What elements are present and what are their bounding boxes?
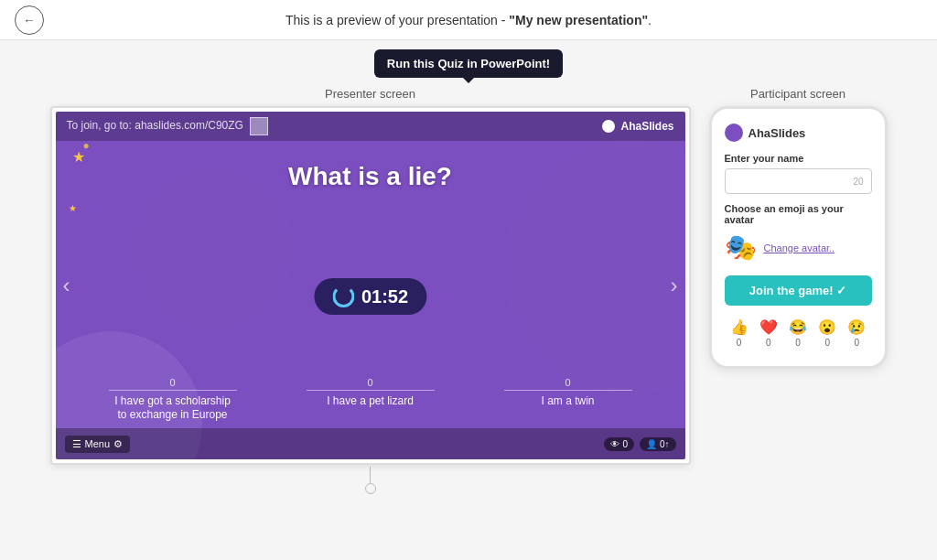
answer-option-1: 0 I have got a scholarshipto exchange in… <box>109 377 237 423</box>
powerpoint-tooltip[interactable]: Run this Quiz in PowerPoint! <box>374 49 563 78</box>
question-text: What is a lie? <box>87 162 653 191</box>
participants-badge: 👤 0↑ <box>640 437 676 451</box>
preview-title: This is a preview of your presentation -… <box>285 13 652 27</box>
projector-stand <box>365 467 376 494</box>
char-count: 20 <box>853 177 863 187</box>
sad-icon: 😢 <box>847 318 866 336</box>
status-badges: 👁 0 👤 0↑ <box>604 437 675 451</box>
avatar-emoji[interactable]: 🎭 <box>725 232 757 263</box>
presenter-logo: AhaSlides <box>602 120 674 134</box>
phone-logo-text: AhaSlides <box>749 126 806 140</box>
answer-option-3: 0 I am a twin <box>504 377 632 423</box>
stand-line <box>370 467 371 483</box>
menu-button[interactable]: ☰ Menu ⚙ <box>65 436 131 453</box>
join-bar: To join, go to: ahaslides.com/C90ZG AhaS… <box>56 112 685 141</box>
phone-logo: AhaSlides <box>725 124 872 142</box>
join-url: To join, go to: ahaslides.com/C90ZG <box>67 117 269 135</box>
presenter-frame: ★ ★ ● To join, go to: ahaslides.com/C90Z… <box>50 106 691 465</box>
tooltip-wrapper: Run this Quiz in PowerPoint! <box>374 49 563 78</box>
viewers-count: 0 <box>622 439 628 449</box>
back-button[interactable]: ← <box>15 5 44 35</box>
reaction-heart[interactable]: ❤️ 0 <box>759 318 778 348</box>
avatar-row: 🎭 Change avatar.. <box>725 232 872 263</box>
name-label: Enter your name <box>725 153 872 164</box>
eye-icon: 👁 <box>610 439 619 449</box>
deco-dot: ● <box>83 139 90 152</box>
participant-screen-label: Participant screen <box>750 87 845 101</box>
reaction-wow[interactable]: 😮 0 <box>818 318 836 348</box>
presenter-section: Presenter screen ★ ★ ● To join, go to: a… <box>50 87 691 494</box>
wow-icon: 😮 <box>818 318 836 336</box>
name-input[interactable]: 20 <box>725 168 872 194</box>
screens-wrapper: Presenter screen ★ ★ ● To join, go to: a… <box>18 87 919 494</box>
person-icon: 👤 <box>646 439 657 449</box>
reaction-like[interactable]: 👍 0 <box>730 318 749 348</box>
heart-icon: ❤️ <box>759 318 778 336</box>
change-avatar-link[interactable]: Change avatar.. <box>764 242 835 253</box>
next-button[interactable]: › <box>671 273 678 298</box>
qr-code <box>250 117 268 135</box>
timer-badge: 01:52 <box>314 278 426 315</box>
top-bar: ← This is a preview of your presentation… <box>0 0 937 40</box>
settings-icon: ⚙ <box>113 438 123 450</box>
hamburger-icon: ☰ <box>72 438 81 450</box>
main-content: Run this Quiz in PowerPoint! Presenter s… <box>0 40 937 494</box>
answer-option-2: 0 I have a pet lizard <box>307 377 435 423</box>
participants-count: 0↑ <box>660 439 670 449</box>
menu-label: Menu <box>85 438 111 449</box>
reactions-row: 👍 0 ❤️ 0 😂 0 😮 0 <box>725 318 872 348</box>
presenter-screen-label: Presenter screen <box>325 87 415 101</box>
answer-options: 0 I have got a scholarshipto exchange in… <box>56 377 685 423</box>
timer-ring-icon <box>332 285 354 307</box>
presenter-screen: ★ ★ ● To join, go to: ahaslides.com/C90Z… <box>56 112 685 459</box>
tooltip-label: Run this Quiz in PowerPoint! <box>387 57 550 70</box>
presenter-bottom-bar: ☰ Menu ⚙ 👁 0 👤 0↑ <box>56 428 685 459</box>
emoji-label: Choose an emoji as your avatar <box>725 203 872 225</box>
logo-icon <box>602 120 615 133</box>
laugh-icon: 😂 <box>789 318 807 336</box>
phone-logo-icon <box>725 124 743 142</box>
reaction-laugh[interactable]: 😂 0 <box>789 318 807 348</box>
join-game-button[interactable]: Join the game! ✓ <box>725 275 872 306</box>
timer-value: 01:52 <box>361 286 408 307</box>
reaction-sad[interactable]: 😢 0 <box>847 318 866 348</box>
like-icon: 👍 <box>730 318 749 336</box>
viewers-badge: 👁 0 <box>604 437 634 451</box>
deco-star-2: ★ <box>69 203 77 213</box>
participant-section: Participant screen AhaSlides Enter your … <box>709 87 888 369</box>
phone-frame: AhaSlides Enter your name 20 Choose an e… <box>709 106 888 369</box>
stand-circle <box>365 483 376 494</box>
prev-button[interactable]: ‹ <box>63 273 70 298</box>
